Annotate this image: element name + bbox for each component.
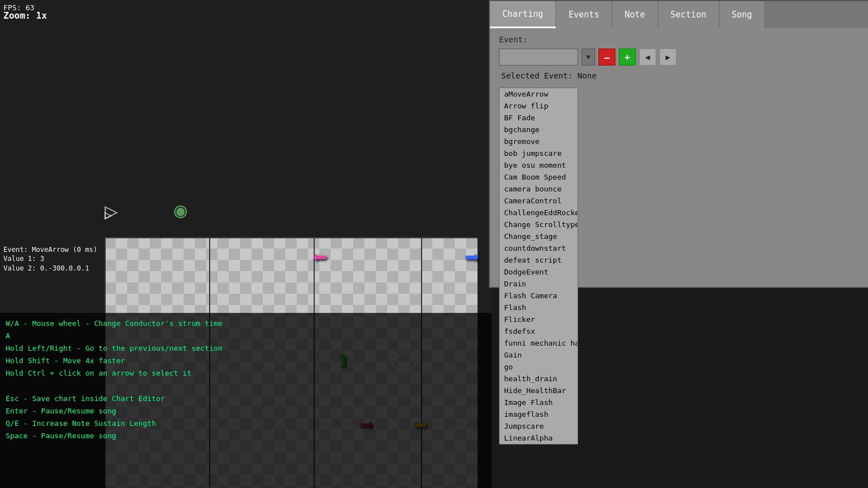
plus-icon: + <box>624 52 630 63</box>
dropdown-item[interactable]: Gain <box>500 349 578 361</box>
help-spacer <box>6 380 486 392</box>
dropdown-item[interactable]: Jumpscare <box>500 420 578 432</box>
note-arrow-pink-left[interactable]: ⬅ <box>312 243 327 272</box>
tab-events[interactable]: Events <box>556 1 612 28</box>
dropdown-item[interactable]: funni mechanic haha <box>500 337 578 349</box>
dropdown-item[interactable]: LinearAlpha <box>500 432 578 444</box>
event-dropdown-list[interactable]: aMoveArrowArrow flipBF Fadebgchangebgrem… <box>499 88 578 445</box>
dropdown-item[interactable]: defeat script <box>500 254 578 266</box>
dropdown-item[interactable]: Flash Camera <box>500 290 578 302</box>
dropdown-item[interactable]: bgchange <box>500 124 578 136</box>
note-arrow-blue-right[interactable]: ➡ <box>465 243 480 272</box>
dropdown-item[interactable]: Cam Boom Speed <box>500 171 578 183</box>
event-next-button[interactable]: ▶ <box>659 49 676 66</box>
dropdown-item[interactable]: go <box>500 361 578 373</box>
dropdown-item[interactable]: BF Fade <box>500 112 578 124</box>
character-icon-2: ◉ <box>174 198 187 223</box>
event-field-label: Event: <box>499 35 863 44</box>
help-line: Space - Pause/Resume song <box>6 430 486 442</box>
tab-charting[interactable]: Charting <box>490 1 556 28</box>
dropdown-item[interactable]: CameraControl <box>500 195 578 207</box>
dropdown-item[interactable]: bob jumpscare <box>500 147 578 159</box>
character-1: ▷ <box>105 198 118 224</box>
event-info: Event: MoveArrow (0 ms) Value 1: 3 Value… <box>3 245 97 273</box>
selected-event-display: Selected Event: None <box>501 71 863 80</box>
help-line: W/A - Mouse wheel - Change Conductor's s… <box>6 317 486 330</box>
arrow-right-icon: ▶ <box>666 53 670 62</box>
event-info-line3: Value 2: 0.-300.0.0.1 <box>3 264 97 273</box>
tab-note[interactable]: Note <box>612 1 658 28</box>
dropdown-item[interactable]: health_drain <box>500 373 578 385</box>
dropdown-item[interactable]: aMoveArrow <box>500 88 578 100</box>
event-row[interactable]: ▼ — + ◀ ▶ <box>499 49 863 66</box>
dropdown-item[interactable]: bye osu moment <box>500 159 578 171</box>
tab-section[interactable]: Section <box>658 1 719 28</box>
help-line: Hold Left/Right - Go to the previous/nex… <box>6 342 486 355</box>
help-line: Hold Shift - Move 4x faster <box>6 355 486 367</box>
dropdown-item[interactable]: imageflash <box>500 408 578 420</box>
event-info-line1: Event: MoveArrow (0 ms) <box>3 245 97 255</box>
dropdown-item[interactable]: ChallengeEddRocketalert <box>500 207 578 219</box>
tab-song[interactable]: Song <box>719 1 765 28</box>
character-icon: ▷ <box>105 198 118 224</box>
dropdown-item[interactable]: Drain <box>500 278 578 290</box>
event-prev-button[interactable]: ◀ <box>639 49 656 66</box>
events-panel[interactable]: Charting Events Note Section Song Event:… <box>489 0 868 288</box>
dropdown-item[interactable]: bgremove <box>500 136 578 147</box>
help-line: Esc - Save chart inside Chart Editor <box>6 393 486 405</box>
help-line: Enter - Pause/Resume song <box>6 405 486 417</box>
dropdown-item[interactable]: Change_stage <box>500 230 578 242</box>
arrow-left-icon: ◀ <box>645 53 650 62</box>
game-area: FPS: 63 Zoom: 1x Event: MoveArrow (0 ms)… <box>0 0 492 488</box>
arrow-icon: ⬅ <box>312 243 327 272</box>
character-2: ◉ <box>174 198 187 223</box>
arrow-icon: ➡ <box>465 243 480 272</box>
dropdown-item[interactable]: Change Scrolltype <box>500 219 578 230</box>
panel-content: Event: ▼ — + ◀ ▶ Selected Event: None aM <box>490 28 868 87</box>
dropdown-item[interactable]: Hide_HealthBar <box>500 385 578 396</box>
help-area: W/A - Mouse wheel - Change Conductor's s… <box>0 313 492 488</box>
dropdown-item[interactable]: Flash <box>500 302 578 313</box>
grid-hline <box>105 237 478 238</box>
dropdown-item[interactable]: camera bounce <box>500 183 578 195</box>
tab-bar[interactable]: Charting Events Note Section Song <box>490 1 868 28</box>
dropdown-item[interactable]: DodgeEvent <box>500 266 578 278</box>
dropdown-item[interactable]: fsdefsx <box>500 325 578 337</box>
help-line: Hold Ctrl + click on an arrow to select … <box>6 367 486 380</box>
event-dropdown-expand-button[interactable]: ▼ <box>581 49 595 66</box>
dropdown-item[interactable]: Image Flash <box>500 396 578 408</box>
event-add-button[interactable]: + <box>619 49 636 66</box>
dropdown-item[interactable]: Arrow flip <box>500 100 578 112</box>
event-dropdown[interactable] <box>499 49 578 66</box>
event-info-line2: Value 1: 3 <box>3 254 97 264</box>
event-delete-button[interactable]: — <box>598 49 615 66</box>
zoom-level: Zoom: 1x <box>3 10 47 21</box>
dropdown-item[interactable]: countdownstart <box>500 242 578 254</box>
minus-icon: — <box>604 52 610 63</box>
help-line: A <box>6 330 486 342</box>
help-line: Q/E - Increase Note Sustain Length <box>6 417 486 430</box>
dropdown-item[interactable]: Flicker <box>500 313 578 325</box>
